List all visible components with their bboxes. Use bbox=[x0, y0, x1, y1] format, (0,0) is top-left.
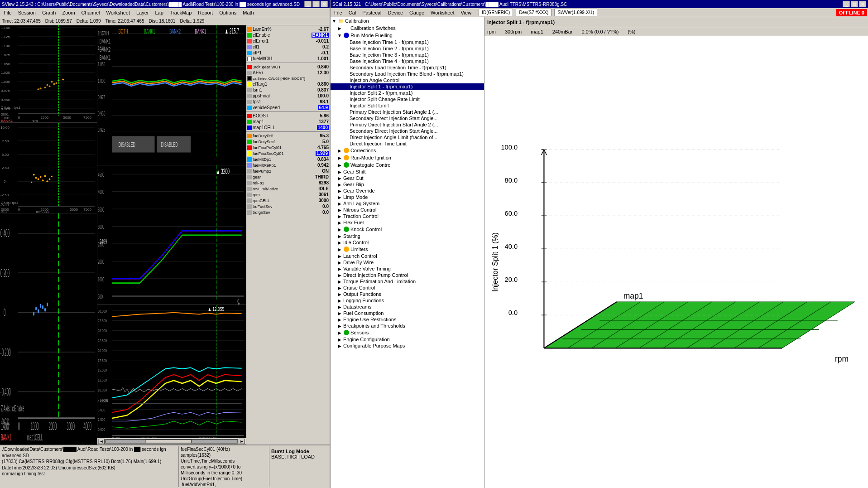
tree-expand-configurable-maps[interactable]: ▶ bbox=[337, 343, 342, 348]
tree-expand-sensors[interactable]: ▶ bbox=[337, 330, 342, 335]
menu-options[interactable]: Options bbox=[216, 9, 239, 16]
tree-item-logging[interactable]: ▶ Logging Functions bbox=[331, 297, 484, 304]
tree-expand-gear-shift[interactable]: ▶ bbox=[337, 169, 342, 174]
scal-menu-file[interactable]: File bbox=[331, 9, 345, 16]
menu-report[interactable]: Report bbox=[195, 9, 216, 16]
scal-menu-worksheet[interactable]: Worksheet bbox=[428, 9, 457, 16]
tree-item-configurable-maps[interactable]: ▶ Configurable Purpose Maps bbox=[331, 343, 484, 349]
tree-expand-gear-override[interactable]: ▶ bbox=[337, 188, 342, 193]
sview-minimize-btn[interactable]: _ bbox=[304, 1, 312, 7]
tree-expand-gear-cut[interactable]: ▶ bbox=[337, 175, 342, 181]
scroll-left-btn[interactable]: ◄ bbox=[98, 439, 105, 444]
tree-expand-limp-mode[interactable]: ▶ bbox=[337, 194, 342, 200]
tree-item-anti-lag[interactable]: ▶ Anti Lag System bbox=[331, 200, 484, 207]
tree-item-cruise[interactable]: ▶ Cruise Control bbox=[331, 285, 484, 291]
tree-item-traction[interactable]: ▶ Traction Control bbox=[331, 213, 484, 219]
tree-item-direct-inj-pump[interactable]: ▶ Direct Injection Pump Control bbox=[331, 272, 484, 278]
chart-top-left[interactable]: 1.150 1.125 1.100 1.075 1.050 1.025 1.00… bbox=[0, 25, 97, 123]
tree-item-torque-est[interactable]: ▶ Torque Estimation And Limitation bbox=[331, 278, 484, 285]
tree-expand-logging[interactable]: ▶ bbox=[337, 298, 342, 303]
tree-item-direct-time-limit[interactable]: ▶ Direct Injection Time Limit bbox=[331, 140, 484, 147]
tree-expand-wastegate[interactable]: ▶ bbox=[337, 162, 342, 168]
tree-item-idle-ctrl[interactable]: ▶ Idle Control bbox=[331, 239, 484, 246]
tree-item-fuel-consumption[interactable]: ▶ Fuel Consumption bbox=[331, 310, 484, 316]
tree-item-inj-angle[interactable]: ▶ Injection Angle Control bbox=[331, 77, 484, 83]
tree-item-knock[interactable]: ▶ Knock Control bbox=[331, 226, 484, 233]
tree-item-nitrous[interactable]: ▶ Nitrous Control bbox=[331, 207, 484, 213]
menu-lap[interactable]: Lap bbox=[152, 9, 166, 16]
tree-item-gear-cut[interactable]: ▶ Gear Cut bbox=[331, 175, 484, 181]
menu-trackmap[interactable]: TrackMap bbox=[167, 9, 195, 16]
tree-item-starting[interactable]: ▶ Starting bbox=[331, 233, 484, 239]
scal-maximize-btn[interactable]: □ bbox=[851, 1, 858, 7]
tree-expand-vvt[interactable]: ▶ bbox=[337, 266, 342, 271]
tree-item-inj-split-limit[interactable]: ▶ Injector Split Limit bbox=[331, 102, 484, 109]
tree-item-base-inj-3[interactable]: ▶ Base Injection Time 3 - f(rpm,map1) bbox=[331, 52, 484, 58]
tree-item-wastegate[interactable]: ▶ Wastegate Control bbox=[331, 161, 484, 169]
tree-item-sec-load-blend[interactable]: ▶ Secondary Load Injection Time Blend - … bbox=[331, 71, 484, 77]
tree-expand-starting[interactable]: ▶ bbox=[337, 233, 342, 239]
menu-math[interactable]: Math bbox=[240, 9, 256, 16]
scal-minimize-btn[interactable]: _ bbox=[843, 1, 850, 7]
tree-item-output-fns[interactable]: ▶ Output Functions bbox=[331, 291, 484, 297]
tree-item-gear-blip[interactable]: ▶ Gear Blip bbox=[331, 181, 484, 188]
tree-item-launch-ctrl[interactable]: ▶ Launch Control bbox=[331, 253, 484, 259]
tree-item-sec-load-inj[interactable]: ▶ Secondary Load Injection Time - f(rpm,… bbox=[331, 64, 484, 71]
scal-menu-view[interactable]: View bbox=[458, 9, 474, 16]
tree-item-limp-mode[interactable]: ▶ Limp Mode bbox=[331, 194, 484, 200]
tree-expand-output-fns[interactable]: ▶ bbox=[337, 291, 342, 297]
menu-zoom[interactable]: Zoom bbox=[59, 9, 77, 16]
tree-expand-launch-ctrl[interactable]: ▶ bbox=[337, 253, 342, 259]
tree-item-base-inj-2[interactable]: ▶ Base Injection Time 2 - f(rpm,map1) bbox=[331, 45, 484, 52]
scal-menu-device[interactable]: Device bbox=[385, 9, 406, 16]
tree-expand-direct-inj-pump[interactable]: ▶ bbox=[337, 272, 342, 278]
tree-item-engine-use-restrict[interactable]: ▶ Engine Use Restrictions bbox=[331, 316, 484, 323]
tree-item-breakpoints[interactable]: ▶ Breakpoints and Thresholds bbox=[331, 323, 484, 329]
tree-expand-knock[interactable]: ▶ bbox=[337, 227, 342, 232]
tree-item-run-mode-ign[interactable]: ▶ Run-Mode Ignition bbox=[331, 154, 484, 161]
tree-item-direct-angle-limit[interactable]: ▶ Direct Injection Angle Limit (fraction… bbox=[331, 134, 484, 140]
tree-item-gear-shift[interactable]: ▶ Gear Shift bbox=[331, 169, 484, 175]
tree-item-sensors[interactable]: ▶ Sensors bbox=[331, 329, 484, 336]
tree-expand-calibration[interactable]: ▼ bbox=[331, 18, 337, 24]
menu-file[interactable]: File bbox=[1, 9, 14, 16]
scal-menu-pastecal[interactable]: Pastecal bbox=[360, 9, 384, 16]
tree-expand-corrections[interactable]: ▶ bbox=[337, 148, 342, 153]
sview-close-btn[interactable]: ✕ bbox=[321, 1, 328, 7]
menu-channel[interactable]: Channel bbox=[79, 9, 103, 16]
chart-mid-right[interactable]: 4500 4000 3500 3000 2500 2000 1000 500 bbox=[97, 165, 246, 305]
tree-item-base-inj-4[interactable]: ▶ Base Injection Time 4 - f(rpm,map1) bbox=[331, 58, 484, 64]
map-3d-view[interactable]: Injector Split 1 (%) 100.0 80.0 60.0 40.… bbox=[484, 36, 868, 488]
tree-item-inj-split-rate[interactable]: ▶ Injector Split Change Rate Limit bbox=[331, 96, 484, 102]
scal-menu-cal[interactable]: Cal bbox=[346, 9, 359, 16]
tree-expand-drive-by-wire[interactable]: ▶ bbox=[337, 260, 342, 265]
tree-expand-run-mode-ign[interactable]: ▶ bbox=[337, 155, 342, 160]
scrollbar-track[interactable] bbox=[106, 439, 238, 444]
chart-mid-left[interactable]: 10.00 7.50 5.00 2.50 0 -2.50 -5.00 bbox=[0, 123, 97, 213]
sview-maximize-btn[interactable]: □ bbox=[312, 1, 320, 7]
chart-top-right[interactable]: BOTH BANK1 BANK2 BANK1 1.150 1.100 1.050… bbox=[97, 25, 246, 165]
tree-item-pri-direct-1[interactable]: ▶ Primary Direct Injection Start Angle 1… bbox=[331, 109, 484, 115]
tree-item-cal-switches[interactable]: ▶ Calibration Switches bbox=[331, 24, 484, 32]
tree-expand-flex-fuel[interactable]: ▶ bbox=[337, 220, 342, 225]
tree-expand-datastreams[interactable]: ▶ bbox=[337, 304, 342, 309]
tree-item-corrections[interactable]: ▶ Corrections bbox=[331, 147, 484, 154]
menu-layer[interactable]: Layer bbox=[134, 9, 152, 16]
tree-expand-nitrous[interactable]: ▶ bbox=[337, 207, 342, 213]
tree-item-gear-override[interactable]: ▶ Gear Override bbox=[331, 188, 484, 194]
tree-item-inj-split-2[interactable]: ▶ Injector Split 2 - f(rpm,map1) bbox=[331, 90, 484, 96]
menu-graph[interactable]: Graph bbox=[39, 9, 59, 16]
tree-item-sec-direct-2[interactable]: ▶ Secondary Direct Injection Start Angle… bbox=[331, 128, 484, 134]
chart-bot-right[interactable]: 30.000 27.500 25.000 22.500 20.000 17.50… bbox=[97, 305, 246, 445]
tree-expand-torque-est[interactable]: ▶ bbox=[337, 279, 342, 284]
scal-close-btn[interactable]: ✕ bbox=[859, 1, 866, 7]
tree-expand-anti-lag[interactable]: ▶ bbox=[337, 201, 342, 206]
tree-item-pri-direct-2[interactable]: ▶ Primary Direct Injection Start Angle 2… bbox=[331, 121, 484, 128]
tree-item-vvt[interactable]: ▶ Variable Valve Timing bbox=[331, 266, 484, 272]
tree-item-base-inj-1[interactable]: ▶ Base Injection Time 1 - f(rpm,map1) bbox=[331, 39, 484, 45]
cal-tree[interactable]: ▼ 📁 Calibration ▶ Calibration Switches ▼… bbox=[331, 17, 484, 488]
tree-expand-fuel-consumption[interactable]: ▶ bbox=[337, 310, 342, 316]
scroll-right-btn[interactable]: ► bbox=[239, 439, 245, 444]
tree-expand-gear-blip[interactable]: ▶ bbox=[337, 182, 342, 187]
chart-bot-left[interactable]: 0.400 0.200 0 -0.200 -0.400 bbox=[0, 213, 97, 445]
